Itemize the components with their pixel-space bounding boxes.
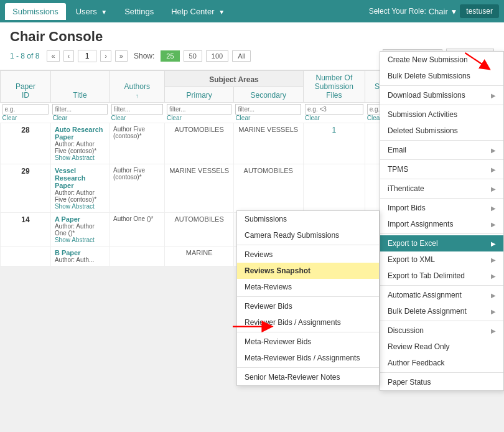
sub-meta-reviews[interactable]: Meta-Reviews	[237, 279, 379, 295]
nav-submissions[interactable]: Submissions	[5, 3, 66, 20]
divider	[237, 367, 379, 368]
top-navigation: Submissions Users ▼ Settings Help Center…	[0, 0, 504, 22]
divider	[380, 179, 503, 179]
actions-dropdown-menu: Create New Submission Bulk Delete Submis…	[380, 51, 504, 391]
nav-users[interactable]: Users ▼	[68, 3, 114, 20]
action-paper-status[interactable]: Paper Status	[380, 374, 503, 390]
filter-authors[interactable]	[111, 104, 163, 115]
secondary-cell: MARINE VESSELS	[233, 123, 303, 164]
primary-cell: AUTOMOBILES	[165, 123, 233, 164]
action-bulk-delete-assignment[interactable]: Bulk Delete Assignment ▶	[380, 303, 503, 319]
clear-primary[interactable]: Clear	[167, 115, 231, 121]
first-page-btn[interactable]: «	[47, 50, 59, 62]
page-title: Chair Console	[10, 29, 494, 45]
primary-cell: MARINE VESSELS	[165, 164, 233, 213]
sub-reviewer-bids-assignments[interactable]: Reviewer Bids / Assignments	[237, 314, 379, 331]
nav-settings[interactable]: Settings	[117, 3, 161, 20]
paper-title[interactable]: Auto Research Paper	[55, 126, 105, 141]
paper-title[interactable]: B Paper	[55, 249, 105, 256]
subject-areas-group-header: Subject Areas	[165, 71, 303, 87]
divider	[380, 105, 503, 105]
paper-id-cell: 14	[1, 213, 51, 247]
paper-author: Author: Author One ()*	[55, 223, 105, 237]
divider	[237, 245, 379, 245]
paper-id-cell: 28	[1, 123, 51, 164]
title-cell: Auto Research Paper Author: Author Five …	[50, 123, 109, 164]
sub-reviews-snapshot[interactable]: Reviews Snapshot	[237, 263, 379, 279]
nav-username[interactable]: testuser	[460, 4, 499, 18]
col-authors[interactable]: Authors↑	[110, 71, 165, 103]
show-100-btn[interactable]: 100	[206, 50, 228, 62]
divider	[380, 85, 503, 86]
filter-primary[interactable]	[167, 104, 231, 115]
filter-num-files[interactable]	[305, 104, 363, 115]
sub-senior-meta-reviewer-notes[interactable]: Senior Meta-Reviewer Notes	[237, 369, 379, 385]
col-num-submission-files: Number OfSubmissionFiles	[303, 71, 365, 103]
filter-secondary[interactable]	[235, 104, 301, 115]
sub-meta-reviewer-bids-assignments[interactable]: Meta-Reviewer Bids / Assignments	[237, 350, 379, 366]
clear-num-files[interactable]: Clear	[305, 115, 363, 121]
col-title: Title	[50, 71, 109, 103]
action-email[interactable]: Email ▶	[380, 142, 503, 158]
primary-cell: MARINE	[165, 247, 233, 266]
show-25-btn[interactable]: 25	[161, 50, 179, 62]
paper-author: Author: Auth...	[55, 256, 105, 263]
action-export-to-excel[interactable]: Export to Excel ▶	[380, 235, 503, 251]
sub-reviews[interactable]: Reviews	[237, 247, 379, 263]
paper-id-cell	[1, 247, 51, 266]
action-tpms[interactable]: TPMS ▶	[380, 161, 503, 177]
sub-submissions[interactable]: Submissions	[237, 211, 379, 227]
show-abstract-link[interactable]: Show Abstract	[55, 237, 105, 243]
action-deleted-submissions[interactable]: Deleted Submissions	[380, 123, 503, 139]
title-cell: A Paper Author: Author One ()* Show Abst…	[50, 213, 109, 247]
action-import-assignments[interactable]: Import Assignments ▶	[380, 216, 503, 232]
divider	[380, 233, 503, 234]
sub-camera-ready-submissions[interactable]: Camera Ready Submissions	[237, 227, 379, 243]
show-50-btn[interactable]: 50	[184, 50, 202, 62]
action-automatic-assignment[interactable]: Automatic Assignment ▶	[380, 287, 503, 303]
next-page-btn[interactable]: ›	[100, 50, 111, 62]
action-review-read-only[interactable]: Review Read Only	[380, 339, 503, 355]
action-export-to-xml[interactable]: Export to XML ▶	[380, 251, 503, 268]
filter-title[interactable]	[52, 104, 107, 115]
paper-title[interactable]: A Paper	[55, 215, 105, 223]
paper-title[interactable]: Vessel Research Paper	[55, 167, 105, 189]
nav-role-select[interactable]: Chair ▼	[429, 7, 458, 16]
filter-paper-id[interactable]	[2, 104, 49, 115]
last-page-btn[interactable]: »	[115, 50, 128, 62]
clear-secondary[interactable]: Clear	[235, 115, 301, 121]
show-abstract-link[interactable]: Show Abstract	[55, 203, 105, 210]
action-import-bids[interactable]: Import Bids ▶	[380, 200, 503, 216]
divider	[237, 296, 379, 297]
nav-help-center[interactable]: Help Center ▼	[164, 3, 232, 20]
action-submission-activities[interactable]: Submission Activities	[380, 106, 503, 123]
title-cell: Vessel Research Paper Author: Author Fiv…	[50, 164, 109, 213]
paper-author: Author: Author Five (contoso)*	[55, 141, 105, 154]
authors-cell: Author Five (contoso)*	[110, 164, 165, 213]
pagination-info: 1 - 8 of 8	[10, 52, 39, 60]
clear-paper-id[interactable]: Clear	[2, 115, 49, 121]
action-export-to-tab-delimited[interactable]: Export to Tab Delimited ▶	[380, 268, 503, 284]
action-discussion[interactable]: Discussion ▶	[380, 322, 503, 339]
action-download-submissions[interactable]: Download Submissions ▶	[380, 87, 503, 103]
show-all-btn[interactable]: All	[232, 50, 251, 62]
num-files-cell: 1	[303, 123, 365, 164]
clear-authors[interactable]: Clear	[111, 115, 163, 121]
page-number-input[interactable]	[78, 50, 96, 62]
action-author-feedback[interactable]: Author Feedback	[380, 355, 503, 371]
sub-meta-reviewer-bids[interactable]: Meta-Reviewer Bids	[237, 334, 379, 350]
prev-page-btn[interactable]: ‹	[63, 50, 75, 62]
clear-title[interactable]: Clear	[52, 115, 107, 121]
authors-cell	[110, 247, 165, 266]
action-ithenticate[interactable]: iThenticate ▶	[380, 181, 503, 197]
action-create-new-submission[interactable]: Create New Submission	[380, 52, 503, 68]
show-abstract-link[interactable]: Show Abstract	[55, 154, 105, 161]
sub-reviewer-bids[interactable]: Reviewer Bids	[237, 298, 379, 314]
num-files-cell	[303, 164, 365, 213]
action-bulk-delete-submissions[interactable]: Bulk Delete Submissions	[380, 68, 503, 84]
divider	[380, 321, 503, 321]
divider	[380, 285, 503, 286]
col-secondary: Secondary	[233, 87, 303, 103]
divider	[237, 332, 379, 332]
divider	[380, 372, 503, 373]
